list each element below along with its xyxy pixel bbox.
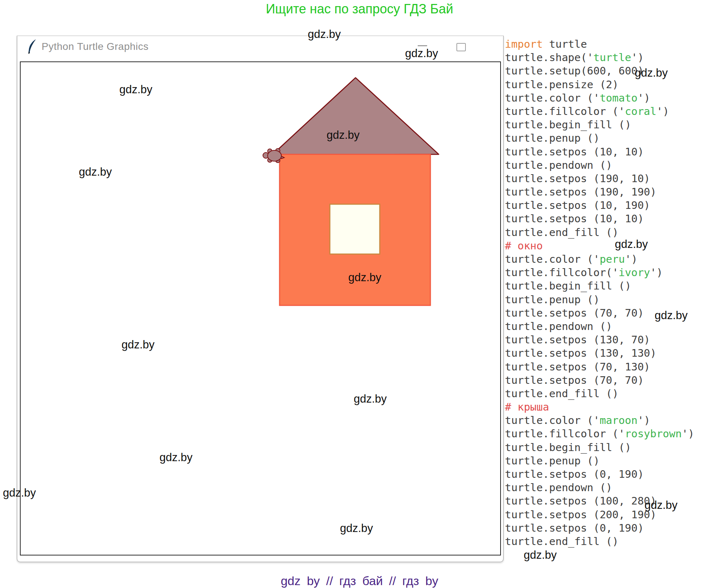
code-line: turtle.setpos (10, 10): [505, 212, 718, 226]
code-line: turtle.penup (): [505, 454, 718, 468]
house-drawing: [21, 62, 500, 555]
code-line: turtle.fillcolor ('rosybrown'): [505, 427, 718, 441]
code-line: turtle.begin_fill (): [505, 279, 718, 293]
turtle-graphics-window: Python Turtle Graphics: [17, 35, 504, 562]
watermark: gdz.by: [635, 66, 668, 80]
watermark: gdz.by: [159, 451, 192, 464]
code-line: turtle.penup (): [505, 132, 718, 145]
code-line: turtle.pensize (2): [505, 78, 718, 91]
code-line: turtle.setpos (100, 280): [505, 494, 718, 508]
watermark: gdz.by: [524, 549, 557, 562]
footer-text: gdz by // гдз бай // гдз by: [0, 574, 719, 588]
code-line: turtle.pendown (): [505, 481, 718, 494]
watermark: gdz.by: [405, 47, 438, 60]
watermark: gdz.by: [308, 28, 341, 41]
code-line: turtle.setpos (0, 190): [505, 468, 718, 481]
code-line: turtle.fillcolor ('coral'): [505, 105, 718, 118]
watermark: gdz.by: [655, 309, 688, 322]
code-listing: import turtleturtle.shape('turtle')turtl…: [505, 38, 718, 548]
watermark: gdz.by: [615, 238, 648, 251]
code-line: turtle.setpos (70, 130): [505, 360, 718, 374]
code-line: turtle.setpos (190, 190): [505, 185, 718, 199]
code-line: turtle.begin_fill (): [505, 441, 718, 454]
code-line: turtle.setpos (130, 130): [505, 347, 718, 360]
code-line: turtle.setup(600, 600): [505, 64, 718, 78]
code-line: turtle.setpos (200, 190): [505, 508, 718, 522]
code-line: turtle.setpos (130, 70): [505, 333, 718, 347]
house-window: [330, 204, 380, 254]
code-line: turtle.pendown (): [505, 159, 718, 172]
minimize-button[interactable]: [418, 45, 427, 46]
code-line: turtle.setpos (190, 10): [505, 172, 718, 185]
feather-icon: [27, 39, 37, 54]
code-line: turtle.penup (): [505, 293, 718, 306]
code-line: # крыша: [505, 400, 718, 414]
watermark: gdz.by: [3, 486, 36, 499]
code-line: turtle.fillcolor('ivory'): [505, 266, 718, 279]
code-line: turtle.end_fill (): [505, 226, 718, 239]
maximize-button[interactable]: [456, 43, 466, 51]
watermark: gdz.by: [327, 129, 360, 142]
code-line: turtle.end_fill (): [505, 535, 718, 548]
code-line: turtle.color ('maroon'): [505, 414, 718, 427]
watermark: gdz.by: [340, 522, 373, 535]
house-roof: [272, 78, 439, 155]
watermark: gdz.by: [348, 271, 381, 284]
code-line: turtle.setpos (0, 190): [505, 522, 718, 535]
code-line: turtle.end_fill (): [505, 387, 718, 400]
code-line: import turtle: [505, 38, 718, 51]
watermark: gdz.by: [119, 83, 152, 96]
watermark: gdz.by: [644, 499, 677, 512]
code-line: turtle.begin_fill (): [505, 118, 718, 132]
code-line: turtle.setpos (70, 70): [505, 374, 718, 387]
code-line: turtle.setpos (10, 190): [505, 199, 718, 212]
code-line: turtle.color ('peru'): [505, 253, 718, 266]
code-line: turtle.setpos (10, 10): [505, 145, 718, 159]
page-heading: Ищите нас по запросу ГДЗ Бай: [0, 1, 719, 17]
code-line: # окно: [505, 239, 718, 253]
watermark: gdz.by: [354, 392, 387, 405]
window-title: Python Turtle Graphics: [42, 41, 149, 52]
turtle-canvas: [20, 61, 501, 555]
code-line: turtle.color ('tomato'): [505, 91, 718, 105]
watermark: gdz.by: [79, 166, 112, 179]
watermark: gdz.by: [122, 338, 154, 351]
code-line: turtle.shape('turtle'): [505, 51, 718, 64]
